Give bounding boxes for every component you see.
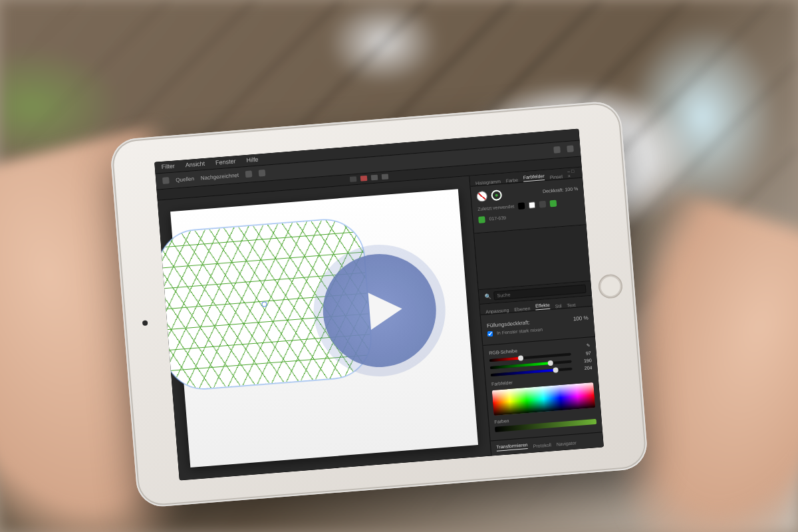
- menu-view[interactable]: Ansicht: [185, 160, 205, 168]
- selection-handle[interactable]: [261, 301, 267, 307]
- context-chip[interactable]: [360, 176, 368, 182]
- tab-text[interactable]: Text: [567, 302, 575, 307]
- context-chip[interactable]: [382, 174, 389, 180]
- toolbar-sources[interactable]: Quellen: [176, 176, 194, 183]
- value-g[interactable]: 190: [575, 358, 591, 364]
- context-chip[interactable]: [350, 176, 357, 182]
- menu-window[interactable]: Fenster: [215, 158, 236, 166]
- mix-checkbox[interactable]: [487, 331, 493, 336]
- opacity-label: Deckkraft: 100 %: [543, 186, 579, 194]
- recent-swatch[interactable]: [518, 202, 525, 209]
- tablet-device: Filter Ansicht Fenster Hilfe Quellen Nac…: [109, 100, 648, 509]
- tab-effects[interactable]: Effekte: [535, 302, 550, 310]
- tablet-home-button[interactable]: [598, 273, 624, 299]
- tool-icon[interactable]: [245, 170, 253, 178]
- fill-swatch-none[interactable]: [476, 190, 487, 201]
- tab-history[interactable]: Protokoll: [533, 442, 551, 448]
- tool-icon[interactable]: [162, 177, 170, 184]
- value-r[interactable]: 97: [575, 350, 591, 356]
- panel-window-controls[interactable]: – □ ×: [567, 168, 577, 178]
- tool-icon[interactable]: [259, 170, 266, 177]
- recent-swatch[interactable]: [539, 200, 547, 207]
- layers-area[interactable]: [474, 225, 591, 290]
- recent-swatch[interactable]: [529, 201, 536, 209]
- canvas-workspace[interactable]: [158, 176, 491, 480]
- tab-style[interactable]: Stil: [555, 303, 562, 309]
- swatch-item[interactable]: [478, 216, 485, 223]
- context-chip[interactable]: [371, 175, 378, 181]
- hue-picker[interactable]: [492, 382, 596, 416]
- recent-swatch[interactable]: [550, 200, 557, 207]
- menu-filter[interactable]: Filter: [161, 162, 175, 170]
- svg-marker-0: [368, 290, 404, 330]
- play-icon: [358, 285, 408, 335]
- recent-label: Zuletzt verwendet: [477, 204, 515, 211]
- tool-icon[interactable]: [553, 146, 561, 154]
- search-icon: 🔍: [484, 293, 491, 299]
- tablet-camera: [142, 320, 148, 326]
- color-panel: RGB-Scheibe ✎ 97 190: [483, 336, 602, 440]
- toolbar-traced[interactable]: Nachgezeichnet: [200, 172, 239, 180]
- color-mode-label[interactable]: RGB-Scheibe: [489, 348, 517, 355]
- menu-help[interactable]: Hilfe: [246, 156, 259, 164]
- eyedropper-icon[interactable]: ✎: [586, 342, 591, 348]
- app-screen: Filter Ansicht Fenster Hilfe Quellen Nac…: [154, 128, 604, 480]
- tab-navigator[interactable]: Navigator: [556, 440, 576, 446]
- fill-opacity-label: Füllungsdeckkraft:: [487, 319, 530, 329]
- value-b[interactable]: 204: [576, 365, 592, 371]
- stroke-swatch[interactable]: [491, 190, 502, 201]
- right-panels: Histogramm Farbe Farbfelder Pinsel – □ ×…: [469, 167, 604, 456]
- swatches-panel: Deckkraft: 100 % Zuletzt verwendet 017-6…: [471, 178, 587, 233]
- swatch-code: 017-639: [489, 215, 506, 221]
- opacity-value[interactable]: 100 %: [565, 186, 578, 192]
- tool-icon[interactable]: [567, 145, 574, 152]
- fill-opacity-value[interactable]: 100 %: [573, 315, 589, 322]
- tab-transform[interactable]: Transformieren: [496, 442, 528, 452]
- mix-label: In Fenster stark mixen: [497, 327, 543, 335]
